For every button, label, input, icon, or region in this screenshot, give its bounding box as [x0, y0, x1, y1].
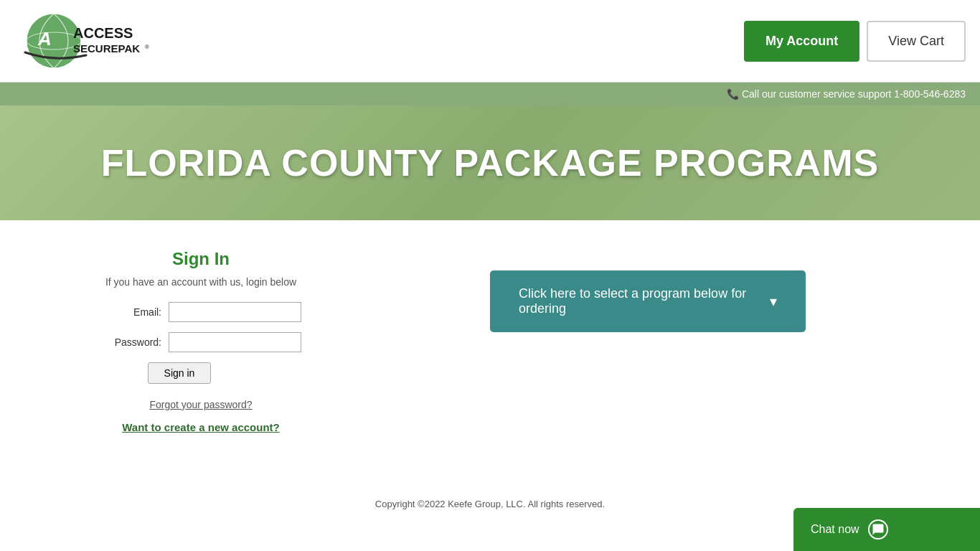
view-cart-button[interactable]: View Cart	[867, 21, 966, 62]
program-section: Click here to select a program below for…	[373, 249, 923, 434]
forgot-password-area: Forgot your password?	[57, 398, 344, 411]
password-input[interactable]	[169, 332, 301, 352]
chat-widget[interactable]: Chat now	[793, 508, 980, 551]
hero-banner: FLORIDA COUNTY PACKAGE PROGRAMS	[0, 105, 980, 220]
my-account-button[interactable]: My Account	[744, 21, 859, 62]
create-account-link[interactable]: Want to create a new account?	[122, 421, 280, 433]
phone-icon: 📞	[727, 88, 739, 100]
logo-image: A ACCESS SECUREPAK ®	[14, 11, 158, 72]
copyright-text: Copyright ©2022 Keefe Group, LLC. All ri…	[375, 499, 605, 509]
svg-text:SECUREPAK: SECUREPAK	[73, 42, 140, 55]
customer-service-text: Call our customer service support 1-800-…	[742, 88, 966, 100]
main-content: Sign In If you have an account with us, …	[0, 220, 980, 463]
password-row: Password:	[57, 332, 344, 352]
sign-in-title: Sign In	[57, 249, 344, 269]
svg-text:A: A	[37, 28, 52, 50]
forgot-password-link[interactable]: Forgot your password?	[149, 399, 252, 410]
dropdown-arrow-icon: ▾	[770, 293, 777, 310]
email-input[interactable]	[169, 302, 301, 322]
email-label: Email:	[115, 306, 161, 318]
chat-label: Chat now	[811, 523, 859, 536]
customer-service-bar: 📞 Call our customer service support 1-80…	[0, 83, 980, 105]
chat-icon	[868, 519, 888, 540]
program-select-label: Click here to select a program below for…	[519, 286, 755, 316]
sign-in-section: Sign In If you have an account with us, …	[57, 249, 344, 434]
header-buttons: My Account View Cart	[744, 21, 966, 62]
create-account-area: Want to create a new account?	[57, 421, 344, 434]
hero-title: FLORIDA COUNTY PACKAGE PROGRAMS	[101, 141, 880, 184]
password-label: Password:	[115, 336, 161, 348]
program-select-button[interactable]: Click here to select a program below for…	[490, 270, 806, 332]
page-header: A ACCESS SECUREPAK ® My Account View Car…	[0, 0, 980, 83]
sign-in-button[interactable]: Sign in	[148, 362, 212, 384]
svg-text:ACCESS: ACCESS	[73, 25, 133, 41]
svg-text:®: ®	[145, 44, 149, 50]
logo-area: A ACCESS SECUREPAK ®	[14, 11, 158, 72]
email-row: Email:	[57, 302, 344, 322]
sign-in-subtitle: If you have an account with us, login be…	[57, 276, 344, 288]
